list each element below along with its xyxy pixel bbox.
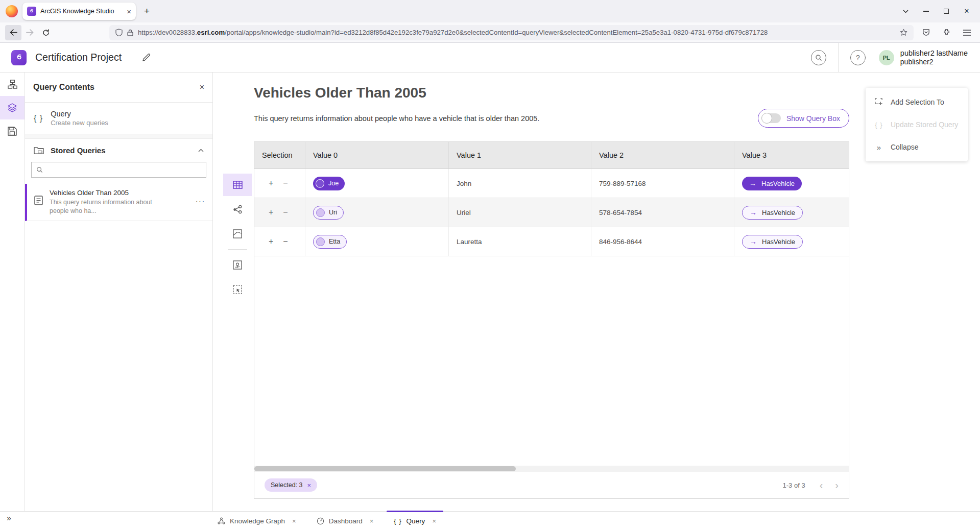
bookmark-star-icon[interactable] bbox=[900, 29, 907, 36]
close-tab-icon[interactable]: × bbox=[432, 517, 436, 525]
selected-count-chip[interactable]: Selected: 3 × bbox=[265, 478, 317, 492]
close-window-button[interactable]: × bbox=[957, 3, 977, 20]
url-text: https://dev0028833.esri.com/portal/apps/… bbox=[138, 29, 895, 36]
chevron-up-icon[interactable] bbox=[198, 149, 204, 152]
left-rail bbox=[0, 73, 25, 511]
rail-divider bbox=[228, 249, 247, 250]
col-value0[interactable]: Value 0 bbox=[305, 142, 449, 168]
clear-selection-icon[interactable]: × bbox=[307, 481, 312, 489]
menu-item-add-selection-to[interactable]: Add Selection To bbox=[866, 91, 968, 113]
search-icon[interactable] bbox=[811, 50, 826, 65]
arrow-right-icon: → bbox=[750, 237, 757, 246]
query-create-item[interactable]: { } Query Create new queries bbox=[25, 103, 212, 134]
help-icon[interactable]: ? bbox=[850, 50, 866, 65]
col-value1[interactable]: Value 1 bbox=[449, 142, 591, 168]
new-tab-button[interactable]: + bbox=[144, 6, 150, 17]
add-to-selection-icon[interactable]: + bbox=[269, 237, 273, 246]
link-chart-view-icon[interactable] bbox=[223, 198, 252, 221]
minimize-button[interactable] bbox=[916, 3, 936, 20]
add-to-selection-icon[interactable]: + bbox=[269, 179, 273, 188]
table-row[interactable]: + − Joe John 759-889-57168 →HasVehicle bbox=[254, 169, 849, 198]
page-previous-icon[interactable]: ‹ bbox=[820, 480, 823, 490]
close-tab-icon[interactable]: × bbox=[292, 517, 296, 525]
panel-close-icon[interactable]: × bbox=[200, 83, 204, 92]
firefox-view-icon[interactable] bbox=[6, 5, 18, 17]
list-all-tabs-icon[interactable] bbox=[895, 3, 916, 20]
contents-layers-icon[interactable] bbox=[0, 96, 25, 119]
cell-value1[interactable]: Lauretta bbox=[449, 227, 591, 256]
forward-button[interactable] bbox=[21, 25, 38, 40]
dashboard-gauge-icon bbox=[317, 517, 324, 525]
col-value3[interactable]: Value 3 bbox=[734, 142, 849, 168]
screen: ArcGIS Knowledge Studio × + × bbox=[0, 0, 980, 530]
relationship-pill[interactable]: →HasVehicle bbox=[742, 235, 803, 249]
entity-pill[interactable]: Joe bbox=[313, 177, 345, 190]
avatar[interactable]: PL bbox=[879, 50, 894, 65]
stored-queries-header[interactable]: Stored Queries bbox=[25, 139, 212, 161]
braces-icon: { } bbox=[874, 121, 883, 129]
arrow-right-icon: → bbox=[750, 208, 757, 216]
search-input[interactable] bbox=[46, 166, 201, 174]
query-contents-panel: Query Contents × { } Query Create new qu… bbox=[25, 73, 213, 511]
tab-close-icon[interactable]: × bbox=[127, 8, 131, 15]
edit-title-icon[interactable] bbox=[142, 53, 151, 62]
back-button[interactable] bbox=[5, 25, 21, 40]
tab-dashboard[interactable]: Dashboard × bbox=[316, 512, 375, 530]
selection-tools-icon[interactable] bbox=[223, 278, 252, 301]
cell-value2[interactable]: 578-654-7854 bbox=[591, 198, 734, 227]
menu-item-collapse[interactable]: » Collapse bbox=[866, 136, 968, 158]
user-info[interactable]: publisher2 lastName publisher2 bbox=[900, 49, 968, 66]
item-options-icon[interactable]: ··· bbox=[196, 197, 205, 205]
url-bar[interactable]: https://dev0028833.esri.com/portal/apps/… bbox=[109, 25, 914, 40]
remove-from-selection-icon[interactable]: − bbox=[283, 208, 288, 217]
relationship-pill[interactable]: →HasVehicle bbox=[742, 177, 802, 190]
cell-value1[interactable]: Uriel bbox=[449, 198, 591, 227]
navbar-right-icons bbox=[918, 25, 975, 40]
save-icon[interactable] bbox=[0, 119, 25, 143]
horizontal-scrollbar[interactable] bbox=[254, 466, 849, 472]
tab-query[interactable]: { } Query × bbox=[393, 512, 437, 530]
cell-value1[interactable]: John bbox=[449, 169, 591, 198]
extensions-icon[interactable] bbox=[938, 25, 954, 40]
page-next-icon[interactable]: › bbox=[835, 480, 839, 490]
data-model-icon[interactable] bbox=[0, 73, 25, 96]
expand-panel-icon[interactable]: » bbox=[7, 514, 11, 523]
table-view-icon[interactable] bbox=[223, 174, 252, 196]
col-selection[interactable]: Selection bbox=[254, 142, 305, 168]
tracking-shield-icon[interactable] bbox=[115, 29, 123, 36]
page-description: This query returns information about peo… bbox=[254, 114, 539, 123]
entity-pill[interactable]: Etta bbox=[313, 235, 347, 249]
menu-hamburger-icon[interactable] bbox=[959, 25, 975, 40]
stored-query-item[interactable]: Vehicles Older Than 2005 This query retu… bbox=[25, 184, 212, 221]
remove-from-selection-icon[interactable]: − bbox=[283, 237, 288, 246]
selected-count-label: Selected: 3 bbox=[271, 481, 303, 489]
table-row[interactable]: + − Etta Lauretta 846-956-8644 →HasVehic… bbox=[254, 227, 849, 256]
restore-button[interactable] bbox=[936, 3, 957, 20]
entity-pill[interactable]: Uri bbox=[313, 206, 344, 220]
cell-value2[interactable]: 759-889-57168 bbox=[591, 169, 734, 198]
tab-knowledge-graph[interactable]: Knowledge Graph × bbox=[217, 512, 297, 530]
show-query-box-toggle[interactable]: Show Query Box bbox=[758, 109, 849, 128]
col-value2[interactable]: Value 2 bbox=[591, 142, 734, 168]
stored-queries-search[interactable] bbox=[31, 162, 206, 178]
lock-icon[interactable] bbox=[127, 29, 133, 36]
entity-dot-icon bbox=[316, 179, 324, 188]
toggle-switch[interactable] bbox=[762, 113, 781, 123]
close-tab-icon[interactable]: × bbox=[370, 517, 374, 525]
scrollbar-thumb[interactable] bbox=[254, 466, 516, 471]
table-row[interactable]: + − Uri Uriel 578-654-7854 →HasVehicle bbox=[254, 198, 849, 227]
browser-tab[interactable]: ArcGIS Knowledge Studio × bbox=[22, 3, 136, 20]
save-to-pocket-icon[interactable] bbox=[918, 25, 934, 40]
browser-navbar: https://dev0028833.esri.com/portal/apps/… bbox=[0, 22, 980, 43]
add-to-selection-icon[interactable]: + bbox=[269, 208, 273, 217]
project-title: Certification Project bbox=[35, 52, 122, 63]
folder-icon bbox=[34, 146, 44, 155]
cell-value2[interactable]: 846-956-8644 bbox=[591, 227, 734, 256]
relationship-pill[interactable]: →HasVehicle bbox=[742, 206, 803, 220]
map-view-icon[interactable] bbox=[223, 223, 252, 245]
add-to-map-icon[interactable] bbox=[223, 254, 252, 276]
remove-from-selection-icon[interactable]: − bbox=[283, 179, 288, 188]
reload-button[interactable] bbox=[38, 25, 54, 40]
arrow-right-icon: → bbox=[749, 179, 756, 187]
menu-item-update-stored-query[interactable]: { } Update Stored Query bbox=[866, 113, 968, 136]
